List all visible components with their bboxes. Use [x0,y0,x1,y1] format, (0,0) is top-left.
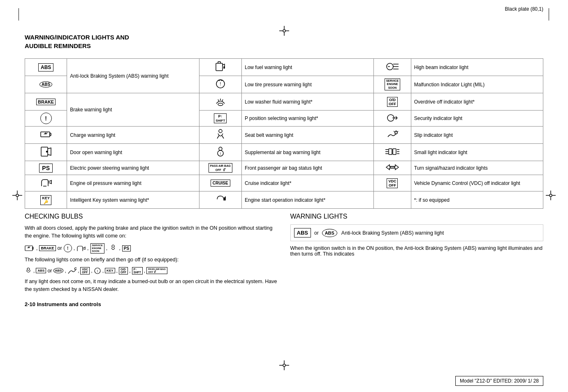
checking-bulbs-section: CHECKING BULBS With all doors closed, ap… [25,213,278,307]
svg-point-40 [219,129,222,133]
icon-od-off: O/DOFF [374,93,411,111]
icon-abs: ABS [25,59,67,76]
checking-bulbs-para1: With all doors closed, apply the parking… [25,224,278,240]
svg-line-46 [397,131,398,132]
icon-p-select: P↑SHIFT [199,111,241,127]
desc-od-off: Overdrive off indicator light* [411,93,543,111]
svg-line-27 [218,99,219,101]
svg-rect-56 [393,149,396,154]
svg-point-49 [219,147,222,150]
checking-bulbs-para3: If any light does not come on, it may in… [25,278,278,293]
icon-key: KEY🔑 [25,191,67,209]
icon-high-beam [374,59,411,76]
icon-slip [374,127,411,144]
desc-key: Intelligent Key system warning light* [67,191,199,209]
lower-section: CHECKING BULBS With all doors closed, ap… [25,213,543,307]
svg-point-68 [112,245,114,247]
warning-lights-para: When the ignition switch is in the ON po… [290,245,544,257]
crosshair-top [278,25,290,37]
icon-ps: PS [25,161,67,175]
icon-tire-pressure: ! [199,76,241,93]
top-line-left [19,8,19,21]
table-row: BRAKE Brake warning light Low washer flu… [25,93,543,111]
icon-seatbelt [199,127,241,144]
desc-ps: Electric power steering warning light [67,161,199,175]
svg-point-30 [218,103,223,106]
svg-rect-35 [41,132,50,137]
svg-point-14 [549,194,552,197]
instruments-label: 2-10 Instruments and controls [25,301,278,307]
abs-warning-desc: Anti-lock Braking System (ABS) warning l… [341,230,444,236]
desc-airbag: Supplemental air bag warning light [241,144,373,161]
svg-rect-15 [216,63,223,71]
icon-engine-start [199,191,241,209]
warning-lights-section: WARNING LIGHTS ABS or ABS Anti-lock Brak… [290,213,544,307]
table-row: Door open warning light ! Supplemental a… [25,144,543,161]
page-container: Black plate (80,1) [0,0,568,392]
table-row: Charge warning light Seat belt warning l… [25,127,543,144]
desc-vdc-off: Vehicle Dynamic Control (VDC) off indica… [411,175,543,191]
svg-point-48 [46,151,47,152]
icon-brake-circle: ! [25,111,67,127]
crosshair-right-mid [546,191,556,202]
icon-charge [25,127,67,144]
svg-point-4 [283,30,285,32]
model-info: Model "Z12-D" EDITED: 2009/ 1/ 28 [455,376,543,386]
table-row: Engine oil pressure warning light CRUISE… [25,175,543,191]
icon-brake: BRAKE [25,93,67,111]
checking-bulbs-para2: The following lights come on briefly and… [25,256,278,264]
crosshair-left-mid [12,191,22,202]
icon-low-fuel [199,59,241,76]
icon-airbag: ! [199,144,241,161]
desc-door-open: Door open warning light [67,144,199,161]
desc-slip: Slip indicator light [411,127,543,144]
table-row: PS Electric power steering warning light… [25,161,543,175]
cell-empty [374,191,411,209]
desc-high-beam: High beam indicator light [411,59,543,76]
checking-bulbs-title: CHECKING BULBS [25,213,278,220]
desc-pass-airbag: Front passenger air bag status light [241,161,373,175]
abs-icons: ABS or ABS [294,228,337,238]
desc-brake: Brake warning light [67,93,199,127]
icon-service-engine: SERVICEENGINESOON [374,76,411,93]
warning-lights-title: WARNING LIGHTS [290,213,544,220]
desc-p-select: P position selecting warning light* [241,111,373,127]
svg-line-41 [217,135,219,138]
svg-point-70 [74,267,77,270]
checking-bulbs-icons2: , ABS or ABS, , VDCOFF, !, KEY, O/DOFF, … [25,267,278,274]
desc-oil-pressure: Engine oil pressure warning light [67,175,199,191]
icon-abs-circle: ABS [25,76,67,93]
desc-washer: Low washer fluid warning light* [241,93,373,111]
desc-cruise: Cruise indicator light* [241,175,373,191]
icon-security [374,111,411,127]
svg-line-44 [394,131,395,132]
top-line-right [549,8,549,21]
table-row: KEY🔑 Intelligent Key system warning ligh… [25,191,543,209]
icon-washer [199,93,241,111]
desc-low-fuel: Low fuel warning light [241,59,373,76]
desc-tire-pressure: Low tire pressure warning light [241,76,373,93]
desc-seatbelt: Seat belt warning light [241,127,373,144]
desc-abs: Anti-lock Braking System (ABS) warning l… [67,59,199,93]
plate-info: Black plate (80,1) [505,6,543,12]
svg-rect-36 [50,133,51,136]
desc-charge: Charge warning light [67,127,199,144]
svg-point-77 [283,364,285,367]
svg-line-42 [222,135,224,138]
icon-small-light [374,144,411,161]
icon-oil-pressure [25,175,67,191]
icon-door-open [25,144,67,161]
desc-turn-signal: Turn signal/hazard indicator lights [411,161,543,175]
crosshair-bottom [278,359,290,371]
icon-pass-airbag: PASS AIR BAGOFF ⚥ [199,161,241,175]
svg-rect-64 [32,247,33,249]
desc-if-equipped: *: if so equipped [411,191,543,209]
desc-engine-start: Engine start operation indicator light* [241,191,373,209]
icon-turn-signal [374,161,411,175]
desc-small-light: Small light indicator light [411,144,543,161]
svg-point-9 [16,194,19,197]
svg-text:!: ! [97,269,98,273]
svg-line-29 [222,99,223,101]
indicator-table: ABS Anti-lock Braking System (ABS) warni… [25,58,543,209]
desc-mil: Malfunction Indicator Light (MIL) [411,76,543,93]
